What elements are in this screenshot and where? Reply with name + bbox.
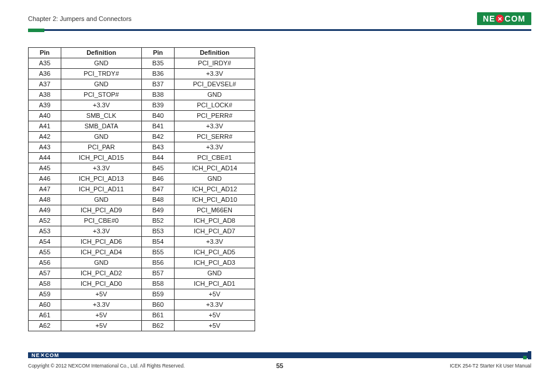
definition-cell: +3.3V [61,300,142,310]
definition-cell: +3.3V [175,142,255,153]
pin-cell: A56 [29,258,61,268]
pin-cell: A41 [29,121,61,132]
pin-cell: B39 [142,100,175,111]
chapter-title: Chapter 2: Jumpers and Connectors [28,15,131,22]
pin-cell: A37 [29,79,61,90]
pin-cell: B60 [142,300,175,310]
brand-logo-footer: NE✕COM [32,352,60,358]
pin-cell: A61 [29,310,61,321]
definition-cell: +3.3V [61,163,142,174]
definition-cell: ICH_PCI_AD13 [61,174,142,184]
table-row: A43PCI_PARB43+3.3V [29,142,255,153]
table-row: A62+5VB62+5V [29,321,255,331]
definition-cell: PCI_CBE#0 [61,216,142,226]
table-row: A48GNDB48ICH_PCI_AD10 [29,195,255,205]
pin-cell: B46 [142,174,175,184]
definition-cell: ICH_PCI_AD5 [175,247,255,258]
definition-cell: +5V [175,310,255,321]
definition-cell: PCI_IRDY# [175,58,255,69]
doc-title: ICEK 254-T2 Starter Kit User Manual [450,363,531,369]
pin-cell: A62 [29,321,61,331]
table-row: A56GNDB56ICH_PCI_AD3 [29,258,255,268]
brand-logo: NE✕COM [477,12,531,25]
definition-cell: +3.3V [61,226,142,237]
copyright-text: Copyright © 2012 NEXCOM International Co… [28,363,184,369]
definition-cell: PCI_TRDY# [61,69,142,79]
table-row: A41SMB_DATAB41+3.3V [29,121,255,132]
pin-cell: B59 [142,289,175,300]
pin-cell: A52 [29,216,61,226]
definition-cell: GND [61,58,142,69]
table-row: A53+3.3VB53ICH_PCI_AD7 [29,226,255,237]
definition-cell: ICH_PCI_AD15 [61,153,142,163]
pin-cell: B58 [142,279,175,289]
logo-pre: NE [483,14,495,23]
table-row: A39+3.3VB39PCI_LOCK# [29,100,255,111]
definition-cell: ICH_PCI_AD0 [61,279,142,289]
definition-cell: GND [61,132,142,142]
pin-cell: B61 [142,310,175,321]
table-row: A47ICH_PCI_AD11B47ICH_PCI_AD12 [29,184,255,195]
table-row: A52PCI_CBE#0B52ICH_PCI_AD8 [29,216,255,226]
pin-cell: A47 [29,184,61,195]
pin-cell: A40 [29,111,61,121]
definition-cell: ICH_PCI_AD3 [175,258,255,268]
col-header-pin-a: Pin [29,48,61,58]
definition-cell: ICH_PCI_AD12 [175,184,255,195]
definition-cell: PCI_STOP# [61,90,142,100]
table-row: A49ICH_PCI_AD9B49PCI_M66EN [29,205,255,216]
pin-cell: A35 [29,58,61,69]
table-header-row: Pin Definition Pin Definition [29,48,255,58]
table-row: A35GNDB35PCI_IRDY# [29,58,255,69]
pin-cell: B40 [142,111,175,121]
definition-cell: +5V [61,289,142,300]
pin-cell: A57 [29,268,61,279]
definition-cell: PCI_DEVSEL# [175,79,255,90]
pin-cell: A43 [29,142,61,153]
header-divider [28,29,531,31]
pin-cell: A38 [29,90,61,100]
table-row: A42GNDB42PCI_SERR# [29,132,255,142]
footer-bar: NE✕COM [28,352,531,358]
pin-cell: B47 [142,184,175,195]
table-row: A60+3.3VB60+3.3V [29,300,255,310]
definition-cell: ICH_PCI_AD6 [61,237,142,247]
page-number: 55 [276,362,283,369]
definition-cell: PCI_CBE#1 [175,153,255,163]
definition-cell: +5V [175,321,255,331]
pin-cell: A49 [29,205,61,216]
pin-cell: A36 [29,69,61,79]
definition-cell: +3.3V [175,69,255,79]
definition-cell: GND [175,268,255,279]
definition-cell: PCI_PAR [61,142,142,153]
table-row: A45+3.3VB45ICH_PCI_AD14 [29,163,255,174]
pin-cell: A45 [29,163,61,174]
table-row: A44ICH_PCI_AD15B44PCI_CBE#1 [29,153,255,163]
table-row: A61+5VB61+5V [29,310,255,321]
pin-cell: A44 [29,153,61,163]
table-row: A46ICH_PCI_AD13B46GND [29,174,255,184]
logo-x-icon: ✕ [496,15,504,23]
pin-cell: B37 [142,79,175,90]
table-row: A40SMB_CLKB40PCI_PERR# [29,111,255,121]
pin-cell: A54 [29,237,61,247]
definition-cell: SMB_DATA [61,121,142,132]
pin-cell: A42 [29,132,61,142]
definition-cell: +5V [175,289,255,300]
pin-cell: B35 [142,58,175,69]
definition-cell: +3.3V [175,300,255,310]
table-row: A55ICH_PCI_AD4B55ICH_PCI_AD5 [29,247,255,258]
definition-cell: PCI_M66EN [175,205,255,216]
header-divider-accent [28,29,44,32]
definition-cell: +3.3V [175,121,255,132]
pin-cell: A53 [29,226,61,237]
table-row: A58ICH_PCI_AD0B58ICH_PCI_AD1 [29,279,255,289]
definition-cell: ICH_PCI_AD1 [175,279,255,289]
pin-cell: B41 [142,121,175,132]
definition-cell: +5V [61,321,142,331]
pin-cell: B44 [142,153,175,163]
pin-cell: A59 [29,289,61,300]
definition-cell: ICH_PCI_AD14 [175,163,255,174]
definition-cell: GND [61,258,142,268]
definition-cell: ICH_PCI_AD7 [175,226,255,237]
